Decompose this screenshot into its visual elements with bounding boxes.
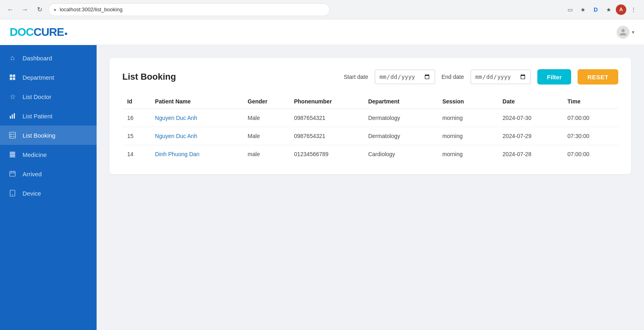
col-header-phone: Phonenumber — [289, 94, 363, 109]
menu-button[interactable]: ⋮ — [628, 4, 639, 15]
start-date-label: Start date — [344, 74, 368, 80]
browser-actions: ▭ ★ D ★ A ⋮ — [564, 4, 639, 15]
col-header-gender: Gender — [243, 94, 289, 109]
sidebar-item-arrived[interactable]: Arrived — [0, 164, 97, 184]
star-icon: ☆ — [8, 92, 17, 101]
cell-phone: 0987654321 — [289, 127, 363, 145]
col-header-patient-name: Patient Name — [150, 94, 243, 109]
reset-button[interactable]: RESET — [578, 69, 618, 85]
table-header-row: Id Patient Name Gender Phonenumber Depar… — [122, 94, 618, 109]
cell-time: 07:00:00 — [563, 109, 618, 127]
cell-date: 2024-07-28 — [498, 145, 563, 163]
sidebar-item-dashboard[interactable]: ⌂ Dashboard — [0, 48, 97, 68]
back-button[interactable]: ← — [5, 4, 16, 15]
cell-gender: Male — [243, 127, 289, 145]
booking-card: List Booking Start date End date Filter … — [109, 58, 631, 174]
cell-date: 2024-07-30 — [498, 109, 563, 127]
chart-icon — [8, 111, 17, 120]
main-layout: ⌂ Dashboard Department ☆ List Doctor Lis… — [0, 45, 644, 330]
cell-patient-name[interactable]: Dinh Phuong Dan — [150, 145, 243, 163]
sidebar-label-list-doctor: List Doctor — [23, 93, 52, 100]
svg-rect-10 — [10, 155, 15, 156]
table-row: 15 Nguyen Duc Anh Male 0987654321 Dermat… — [122, 127, 618, 145]
cell-patient-name[interactable]: Nguyen Duc Anh — [150, 109, 243, 127]
sidebar-item-list-doctor[interactable]: ☆ List Doctor — [0, 87, 97, 106]
sidebar-label-department: Department — [23, 74, 54, 81]
device-icon — [8, 189, 17, 198]
col-header-date: Date — [498, 94, 563, 109]
extension-d-button[interactable]: D — [590, 4, 601, 15]
sidebar-label-list-booking: List Booking — [23, 132, 56, 139]
department-icon — [8, 73, 17, 82]
app-wrapper: DOCCURE ▾ ⌂ Dashboard Department — [0, 19, 644, 330]
medicine-icon — [8, 150, 17, 159]
page-title: List Booking — [122, 72, 176, 82]
sidebar-item-list-booking[interactable]: List Booking — [0, 126, 97, 145]
svg-point-17 — [12, 194, 13, 195]
col-header-department: Department — [363, 94, 438, 109]
extension-button[interactable]: ★ — [603, 4, 614, 15]
chevron-down-icon: ▾ — [632, 29, 634, 35]
sidebar: ⌂ Dashboard Department ☆ List Doctor Lis… — [0, 45, 97, 330]
svg-rect-16 — [10, 190, 15, 196]
svg-point-4 — [10, 134, 12, 135]
avatar — [617, 26, 630, 39]
toolbar: List Booking Start date End date Filter … — [122, 69, 618, 85]
end-date-label: End date — [442, 74, 464, 80]
booking-table: Id Patient Name Gender Phonenumber Depar… — [122, 94, 618, 163]
forward-button[interactable]: → — [19, 4, 31, 15]
filter-button[interactable]: Filter — [537, 69, 572, 85]
browser-chrome: ← → ↻ ● localhost:3002/list_booking ▭ ★ … — [0, 0, 644, 19]
arrived-icon — [8, 169, 17, 178]
svg-rect-3 — [10, 132, 16, 138]
sidebar-item-medicine[interactable]: Medicine — [0, 145, 97, 164]
booking-icon — [8, 131, 17, 140]
cell-date: 2024-07-29 — [498, 127, 563, 145]
svg-rect-9 — [10, 153, 15, 154]
reload-button[interactable]: ↻ — [34, 4, 45, 15]
cell-phone: 0987654321 — [289, 109, 363, 127]
cast-button[interactable]: ▭ — [564, 4, 576, 15]
sidebar-label-device: Device — [23, 190, 41, 197]
svg-rect-2 — [14, 113, 15, 119]
content-area: List Booking Start date End date Filter … — [97, 45, 644, 330]
sidebar-label-dashboard: Dashboard — [23, 55, 52, 62]
table-row: 14 Dinh Phuong Dan male 01234566789 Card… — [122, 145, 618, 163]
cell-session: morning — [438, 127, 498, 145]
sidebar-label-medicine: Medicine — [23, 151, 47, 158]
address-bar[interactable]: ● localhost:3002/list_booking — [48, 3, 330, 16]
svg-rect-12 — [10, 171, 15, 176]
svg-rect-11 — [10, 157, 15, 157]
browser-profile[interactable]: A — [616, 4, 626, 15]
sidebar-item-department[interactable]: Department — [0, 68, 97, 87]
col-header-time: Time — [563, 94, 618, 109]
svg-rect-8 — [10, 152, 15, 153]
cell-phone: 01234566789 — [289, 145, 363, 163]
home-icon: ⌂ — [8, 54, 17, 62]
start-date-input[interactable] — [375, 70, 435, 84]
app-header: DOCCURE ▾ — [0, 19, 644, 45]
cell-session: morning — [438, 109, 498, 127]
sidebar-item-device[interactable]: Device — [0, 184, 97, 203]
cell-id: 16 — [122, 109, 150, 127]
cell-patient-name[interactable]: Nguyen Duc Anh — [150, 127, 243, 145]
logo-doc: DOC — [10, 26, 33, 39]
end-date-input[interactable] — [471, 70, 531, 84]
cell-time: 07:00:00 — [563, 145, 618, 163]
logo-cure: CURE — [33, 26, 64, 39]
sidebar-label-list-patient: List Patient — [23, 113, 52, 120]
sidebar-item-list-patient[interactable]: List Patient — [0, 106, 97, 126]
cell-gender: Male — [243, 109, 289, 127]
lock-icon: ● — [54, 7, 56, 12]
col-header-session: Session — [438, 94, 498, 109]
cell-id: 14 — [122, 145, 150, 163]
bookmark-button[interactable]: ★ — [577, 4, 588, 15]
cell-id: 15 — [122, 127, 150, 145]
cell-department: Cardiology — [363, 145, 438, 163]
logo: DOCCURE — [10, 26, 67, 39]
cell-session: morning — [438, 145, 498, 163]
logo-dot — [65, 33, 67, 35]
sidebar-label-arrived: Arrived — [23, 171, 42, 177]
cell-department: Dermatology — [363, 127, 438, 145]
header-user[interactable]: ▾ — [617, 26, 634, 39]
